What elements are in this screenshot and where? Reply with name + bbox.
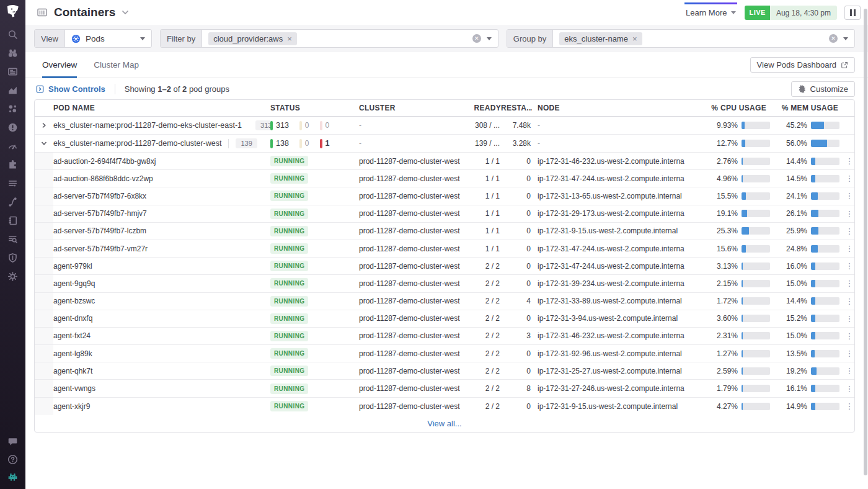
search-icon[interactable] [7,29,18,40]
column-header[interactable]: CLUSTER [359,104,473,112]
group-dropdown-caret-icon[interactable] [843,37,848,40]
pod-row[interactable]: agent-lg89k RUNNING prod-11287-demo-clus… [35,345,854,362]
show-controls-button[interactable]: Show Controls [36,84,105,94]
column-header[interactable]: READY [473,104,501,112]
watchdog-icon[interactable] [7,48,18,58]
synthetics-icon[interactable] [7,271,18,282]
pod-name-cell[interactable]: agent-qhk7t [53,367,270,375]
pod-row[interactable]: agent-fxt24 RUNNING prod-11287-demo-clus… [35,328,854,345]
tab-overview[interactable]: Overview [42,60,77,78]
pod-name-cell[interactable]: agent-979kl [53,262,270,271]
pod-row[interactable]: ad-server-57b7f49fb7-vm27r RUNNING prod-… [35,240,854,258]
learn-more-button[interactable]: Learn More [684,4,737,21]
column-header[interactable]: RESTA... [501,104,532,112]
notebooks-icon[interactable] [7,215,18,226]
column-header[interactable]: % CPU USAGE [684,104,775,112]
pod-row[interactable]: agent-vwngs RUNNING prod-11287-demo-clus… [35,380,854,397]
customize-button[interactable]: Customize [791,81,855,97]
logs-icon[interactable] [7,234,18,244]
pause-button[interactable] [844,6,861,20]
group-name[interactable]: eks_cluster-name:prod-11287-demo-eks-clu… [53,121,242,130]
pod-name-cell[interactable]: agent-dnxfq [53,314,270,323]
pod-row[interactable]: agent-979kl RUNNING prod-11287-demo-clus… [35,258,854,275]
row-menu-kebab-icon[interactable]: ⋮ [844,261,854,271]
column-header[interactable]: NODE [532,104,684,112]
view-select[interactable]: View Pods [34,29,152,48]
pod-name-cell[interactable]: ad-server-57b7f49fb7-vm27r [53,244,270,253]
pod-name-cell[interactable]: agent-vwngs [53,384,270,393]
pod-row[interactable]: ad-auction-2-694f4f74bb-gw8xj RUNNING pr… [35,153,854,170]
integrations-icon[interactable] [7,159,18,170]
clear-group-icon[interactable]: ✕ [829,34,838,43]
page-switcher-chevron-icon[interactable] [122,10,129,15]
live-badge[interactable]: LIVE [745,6,769,20]
filter-dropdown-caret-icon[interactable] [487,37,492,40]
scrollbar[interactable] [864,9,867,475]
dashboards-icon[interactable] [7,85,18,96]
monitors-icon[interactable] [7,122,18,133]
tab-cluster-map[interactable]: Cluster Map [94,60,139,78]
row-menu-kebab-icon[interactable]: ⋮ [844,209,854,218]
service-map-icon[interactable] [7,197,18,207]
pod-row[interactable]: ad-server-57b7f49fb7-6x8kx RUNNING prod-… [35,187,854,205]
pod-name-cell[interactable]: agent-xkjr9 [53,402,270,411]
view-dropdown-caret-icon[interactable] [140,37,145,40]
row-menu-kebab-icon[interactable]: ⋮ [844,227,854,236]
row-menu-kebab-icon[interactable]: ⋮ [844,244,854,253]
security-icon[interactable] [7,253,18,263]
remove-group-tag-icon[interactable]: × [632,35,637,43]
pod-row[interactable]: agent-xkjr9 RUNNING prod-11287-demo-clus… [35,398,854,415]
pod-row[interactable]: agent-dnxfq RUNNING prod-11287-demo-clus… [35,310,854,328]
pod-row[interactable]: ad-auction-868f6b8ddc-vz2wp RUNNING prod… [35,170,854,187]
row-menu-kebab-icon[interactable]: ⋮ [844,191,854,200]
row-menu-kebab-icon[interactable]: ⋮ [844,279,854,288]
pod-name-cell[interactable]: agent-lg89k [53,349,270,358]
chat-icon[interactable] [7,436,18,447]
row-menu-kebab-icon[interactable]: ⋮ [844,349,854,358]
pod-name-cell[interactable]: agent-bzswc [53,297,270,305]
filter-by-input[interactable]: Filter by cloud_provider:aws × ✕ [160,29,498,48]
pod-group-row[interactable]: eks_cluster-name:prod-11287-demo-cluster… [35,135,854,153]
pod-row[interactable]: agent-9gq9q RUNNING prod-11287-demo-clus… [35,275,854,292]
group-name[interactable]: eks_cluster-name:prod-11287-demo-cluster… [53,139,221,148]
column-header[interactable]: STATUS [270,104,359,112]
pod-name-cell[interactable]: agent-fxt24 [53,331,270,340]
row-menu-kebab-icon[interactable]: ⋮ [844,384,854,393]
row-menu-kebab-icon[interactable]: ⋮ [844,331,854,341]
collapse-chevron-icon[interactable] [35,135,53,152]
pod-name-cell[interactable]: ad-server-57b7f49fb7-lczbm [53,227,270,235]
group-by-input[interactable]: Group by eks_cluster-name × ✕ [507,29,855,48]
clear-filter-icon[interactable]: ✕ [472,34,481,43]
pod-name-cell[interactable]: ad-server-57b7f49fb7-6x8kx [53,192,270,200]
pod-name-cell[interactable]: agent-9gq9q [53,279,270,288]
pod-name-cell[interactable]: ad-auction-2-694f4f74bb-gw8xj [53,157,270,166]
infrastructure-icon[interactable] [7,104,18,114]
apm-icon[interactable] [7,178,18,189]
remove-filter-tag-icon[interactable]: × [287,35,292,43]
pod-row[interactable]: ad-server-57b7f49fb7-lczbm RUNNING prod-… [35,223,854,240]
row-menu-kebab-icon[interactable]: ⋮ [844,174,854,183]
group-tag[interactable]: eks_cluster-name × [559,32,642,45]
pod-name-cell[interactable]: ad-auction-868f6b8ddc-vz2wp [53,174,270,183]
view-all-link[interactable]: View all... [427,419,461,428]
datadog-logo[interactable] [4,2,22,21]
column-header[interactable]: POD NAME [53,104,270,112]
pod-row[interactable]: agent-qhk7t RUNNING prod-11287-demo-clus… [35,362,854,380]
metrics-icon[interactable] [7,141,18,151]
pod-row[interactable]: ad-server-57b7f49fb7-hmjv7 RUNNING prod-… [35,205,854,223]
filter-tag[interactable]: cloud_provider:aws × [208,32,297,45]
view-pods-dashboard-button[interactable]: View Pods Dashboard [750,57,855,73]
pod-row[interactable]: agent-bzswc RUNNING prod-11287-demo-clus… [35,293,854,310]
events-icon[interactable] [7,66,18,77]
pod-name-cell[interactable]: ad-server-57b7f49fb7-hmjv7 [53,209,270,218]
pod-group-row[interactable]: eks_cluster-name:prod-11287-demo-eks-clu… [35,117,854,135]
row-menu-kebab-icon[interactable]: ⋮ [844,156,854,166]
row-menu-kebab-icon[interactable]: ⋮ [844,366,854,375]
row-menu-kebab-icon[interactable]: ⋮ [844,402,854,411]
row-menu-kebab-icon[interactable]: ⋮ [844,314,854,323]
column-header[interactable]: % MEM USAGE [775,104,844,112]
row-menu-kebab-icon[interactable]: ⋮ [844,297,854,306]
bits-icon[interactable] [7,472,18,483]
help-icon[interactable] [7,454,18,465]
expand-chevron-icon[interactable] [35,117,53,134]
